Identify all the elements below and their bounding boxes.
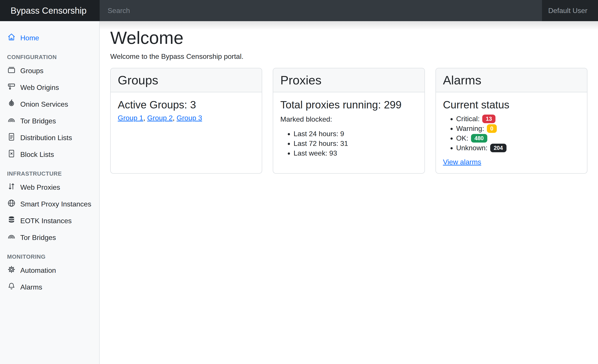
sidebar-item-label: Tor Bridges (20, 117, 56, 125)
sidebar-item-label: Onion Services (20, 100, 68, 108)
list-item: Last week: 93 (293, 148, 417, 158)
main-content: Welcome Welcome to the Bypass Censorship… (100, 21, 598, 364)
marked-blocked-label: Marked blocked: (280, 114, 417, 124)
active-groups-heading: Active Groups: 3 (118, 98, 255, 111)
sidebar-item-label: Web Proxies (20, 183, 60, 192)
onion-icon (7, 99, 16, 110)
groups-card-title: Groups (118, 73, 255, 88)
blocked-stats-list: Last 24 hours: 9 Last 72 hours: 31 Last … (280, 129, 417, 158)
collection-icon (7, 65, 16, 76)
sidebar-item-label: Web Origins (20, 83, 59, 92)
brand-link[interactable]: Bypass Censorship (0, 0, 100, 21)
current-status-heading: Current status (443, 98, 580, 111)
groups-card: Groups Active Groups: 3 Group 1, Group 2… (110, 68, 262, 174)
status-badge-warning: 0 (487, 124, 497, 133)
gear-icon (7, 265, 16, 276)
alarms-card-header: Alarms (436, 68, 587, 92)
server-node-icon (7, 82, 16, 93)
list-item: Last 24 hours: 9 (293, 129, 417, 139)
sidebar-item-home[interactable]: Home (0, 30, 99, 46)
sidebar-item-alarms[interactable]: Alarms (0, 279, 99, 295)
group-3-link[interactable]: Group 3 (177, 114, 202, 122)
link-separator: , (143, 114, 147, 122)
sidebar-item-eotk-instances[interactable]: EOTK Instances (0, 213, 99, 229)
navbar-search (100, 0, 542, 21)
arrows-down-up-icon (7, 182, 16, 193)
sidebar-section-configuration: CONFIGURATION (7, 54, 92, 61)
alarm-status-list: Critical:13 Warning:0 OK:480 Unknown:204 (443, 114, 580, 153)
alarms-card: Alarms Current status Critical:13 Warnin… (435, 68, 587, 174)
proxies-card: Proxies Total proxies running: 299 Marke… (273, 68, 425, 174)
proxies-card-title: Proxies (280, 73, 417, 88)
sidebar-section-monitoring: MONITORING (7, 253, 92, 260)
group-links: Group 1, Group 2, Group 3 (118, 114, 255, 122)
alarms-card-title: Alarms (443, 73, 580, 88)
groups-card-body: Active Groups: 3 Group 1, Group 2, Group… (111, 92, 262, 173)
sidebar-item-groups[interactable]: Groups (0, 63, 99, 79)
sidebar-item-distribution-lists[interactable]: Distribution Lists (0, 130, 99, 146)
sidebar-item-label: Automation (20, 266, 56, 275)
file-text-icon (7, 132, 16, 143)
status-label: Critical: (456, 115, 480, 123)
status-badge-unknown: 204 (490, 144, 507, 152)
status-badge-critical: 13 (482, 114, 496, 123)
user-menu[interactable]: Default User (542, 0, 598, 21)
sidebar-item-smart-proxy-instances[interactable]: Smart Proxy Instances (0, 196, 99, 212)
proxies-card-body: Total proxies running: 299 Marked blocke… (273, 92, 424, 173)
link-separator: , (173, 114, 177, 122)
total-proxies-heading: Total proxies running: 299 (280, 98, 417, 111)
sidebar-item-automation[interactable]: Automation (0, 262, 99, 278)
bridge-rainbow-icon (7, 116, 16, 126)
status-label: OK: (456, 134, 468, 142)
page-title: Welcome (110, 27, 587, 49)
status-label: Warning: (456, 124, 484, 132)
list-item: Last 72 hours: 31 (293, 139, 417, 148)
list-item: Critical:13 (456, 114, 580, 124)
page-subtitle: Welcome to the Bypass Censorship portal. (110, 51, 587, 62)
sidebar: Home CONFIGURATION Groups Web Origins On… (0, 21, 100, 364)
view-alarms-link[interactable]: View alarms (443, 158, 481, 166)
sidebar-item-label: Distribution Lists (20, 134, 72, 142)
bell-icon (7, 282, 16, 292)
file-x-icon (7, 149, 16, 160)
sidebar-item-web-origins[interactable]: Web Origins (0, 80, 99, 95)
group-2-link[interactable]: Group 2 (147, 114, 173, 122)
sidebar-item-label: Home (20, 34, 39, 42)
sidebar-section-infrastructure: INFRASTRUCTURE (7, 170, 92, 177)
sidebar-item-label: Groups (20, 67, 43, 75)
status-badge-ok: 480 (471, 134, 487, 143)
alarms-card-body: Current status Critical:13 Warning:0 OK:… (436, 92, 587, 173)
proxies-card-header: Proxies (273, 68, 424, 92)
sidebar-item-label: Alarms (20, 283, 42, 291)
bridge-rainbow-icon (7, 232, 16, 243)
list-item: Unknown:204 (456, 143, 580, 153)
group-1-link[interactable]: Group 1 (118, 114, 143, 122)
sidebar-item-label: EOTK Instances (20, 217, 72, 225)
database-icon (7, 216, 16, 226)
sidebar-item-web-proxies[interactable]: Web Proxies (0, 179, 99, 195)
summary-cards-row: Groups Active Groups: 3 Group 1, Group 2… (110, 68, 587, 174)
sidebar-item-tor-bridges-infra[interactable]: Tor Bridges (0, 230, 99, 245)
sidebar-item-block-lists[interactable]: Block Lists (0, 146, 99, 162)
sidebar-item-tor-bridges[interactable]: Tor Bridges (0, 113, 99, 129)
sidebar-item-onion-services[interactable]: Onion Services (0, 96, 99, 112)
sidebar-item-label: Tor Bridges (20, 234, 56, 242)
globe-icon (7, 199, 16, 209)
list-item: OK:480 (456, 133, 580, 143)
list-item: Warning:0 (456, 124, 580, 133)
groups-card-header: Groups (111, 68, 262, 92)
sidebar-item-label: Smart Proxy Instances (20, 200, 91, 208)
sidebar-item-label: Block Lists (20, 151, 54, 159)
bypass-censorship-portal: Bypass Censorship Default User Home CONF… (0, 0, 598, 364)
status-label: Unknown: (456, 144, 488, 152)
house-icon (7, 32, 16, 43)
top-navbar: Bypass Censorship Default User (0, 0, 598, 21)
search-input[interactable] (100, 7, 542, 15)
